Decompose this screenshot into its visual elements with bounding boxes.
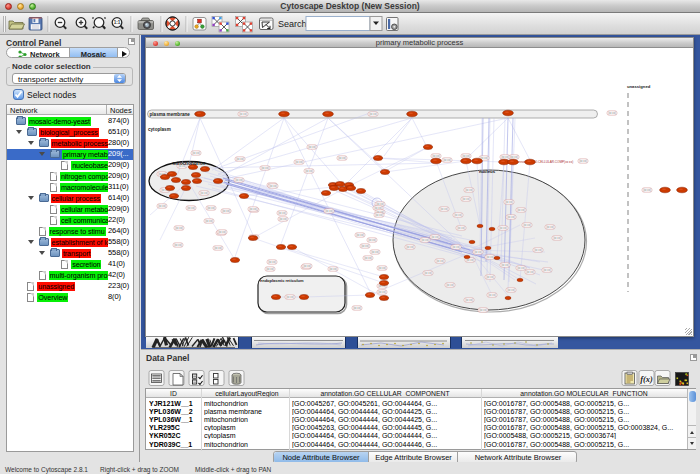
svg-text:mitochondrion: mitochondrion — [173, 161, 206, 166]
svg-text:(xx xx): (xx xx) — [507, 215, 515, 219]
svg-text:(xx xx): (xx xx) — [325, 209, 333, 213]
svg-text:(xx xx): (xx xx) — [329, 267, 337, 271]
svg-text:(xx xx): (xx xx) — [278, 211, 286, 215]
svg-text:(xx xx): (xx xx) — [200, 191, 208, 195]
svg-text:nucleus: nucleus — [479, 169, 496, 174]
svg-text:cytoplasm: cytoplasm — [148, 127, 171, 132]
svg-text:(xx xx): (xx xx) — [510, 155, 518, 159]
svg-text:(xx xx): (xx xx) — [546, 225, 554, 229]
svg-text:Search:: Search: — [278, 19, 309, 29]
svg-text:(xx xx): (xx xx) — [353, 306, 361, 310]
svg-text:(xx xx): (xx xx) — [369, 112, 377, 116]
svg-text:(xx xx): (xx xx) — [174, 243, 182, 247]
svg-text:(xx xx): (xx xx) — [436, 259, 444, 263]
svg-text:(xx xx): (xx xx) — [187, 206, 195, 210]
svg-text:(xx xx): (xx xx) — [338, 156, 346, 160]
svg-text:(xx xx): (xx xx) — [175, 226, 183, 230]
svg-text:(xx xx): (xx xx) — [452, 245, 460, 249]
svg-text:(xx xx): (xx xx) — [424, 271, 432, 275]
svg-text:(xx xx): (xx xx) — [222, 209, 230, 213]
svg-text:(xx xx): (xx xx) — [406, 245, 414, 249]
svg-text:(xx xx): (xx xx) — [261, 166, 269, 170]
svg-text:(xx xx): (xx xx) — [507, 288, 515, 292]
svg-text:unassigned: unassigned — [627, 84, 651, 89]
svg-text:(xx xx): (xx xx) — [266, 267, 274, 271]
svg-text:(xx xx): (xx xx) — [466, 258, 474, 262]
svg-text:(xx xx): (xx xx) — [421, 238, 429, 242]
svg-text:(xx xx): (xx xx) — [378, 290, 386, 294]
svg-text:(xx xx): (xx xx) — [517, 208, 525, 212]
svg-text:(xx xx): (xx xx) — [207, 206, 215, 210]
svg-text:plasma membrane: plasma membrane — [150, 112, 191, 117]
svg-text:(xx xx): (xx xx) — [534, 248, 542, 252]
svg-text:(xx xx): (xx xx) — [279, 217, 287, 221]
svg-text:(xx xx): (xx xx) — [501, 155, 509, 159]
svg-text:(xx xx): (xx xx) — [214, 246, 222, 250]
svg-text:(xx xx): (xx xx) — [608, 111, 616, 115]
svg-text:(xx xx): (xx xx) — [432, 154, 440, 158]
svg-text:(xx xx): (xx xx) — [356, 233, 364, 237]
svg-text:1:1: 1:1 — [114, 20, 121, 25]
svg-text:(xx xx): (xx xx) — [553, 236, 561, 240]
svg-text:(xx xx): (xx xx) — [218, 230, 226, 234]
svg-text:(xx xx): (xx xx) — [236, 157, 244, 161]
svg-text:(xx xx): (xx xx) — [454, 213, 462, 217]
svg-text:(xx xx): (xx xx) — [462, 197, 470, 201]
svg-text:(xx xx): (xx xx) — [543, 268, 551, 272]
svg-text:(xx xx): (xx xx) — [488, 293, 496, 297]
svg-text:(xx xx): (xx xx) — [440, 207, 448, 211]
svg-text:f(x): f(x) — [640, 374, 653, 384]
svg-text:(xx xx): (xx xx) — [305, 169, 313, 173]
svg-text:(xx xx): (xx xx) — [158, 204, 166, 208]
svg-text:(xx xx): (xx xx) — [465, 188, 473, 192]
svg-text:(xx xx): (xx xx) — [295, 160, 303, 164]
svg-text:(xx xx): (xx xx) — [443, 158, 451, 162]
svg-text:(xx xx): (xx xx) — [286, 295, 294, 299]
svg-text:(xx xx): (xx xx) — [431, 235, 439, 239]
svg-text:(xx xx): (xx xx) — [486, 275, 494, 279]
svg-text:(xx xx): (xx xx) — [465, 298, 473, 302]
svg-text:(xx xx): (xx xx) — [499, 226, 507, 230]
svg-text:(xx xx): (xx xx) — [474, 250, 482, 254]
svg-text:(xx xx): (xx xx) — [517, 266, 525, 270]
svg-text:(xx xx): (xx xx) — [378, 266, 386, 270]
svg-text:(xx xx): (xx xx) — [192, 151, 200, 155]
svg-text:(xx xx): (xx xx) — [269, 184, 277, 188]
svg-text:(xx xx): (xx xx) — [375, 213, 383, 217]
svg-text:(xx xx): (xx xx) — [505, 200, 513, 204]
svg-text:endoplasmic reticulum: endoplasmic reticulum — [260, 278, 304, 283]
svg-text:(xx xx): (xx xx) — [446, 283, 454, 287]
svg-text:(xx xx): (xx xx) — [364, 256, 372, 260]
svg-text:(xx xx): (xx xx) — [479, 308, 487, 312]
svg-text:(xx xx): (xx xx) — [303, 264, 311, 268]
svg-text:(xx xx): (xx xx) — [643, 188, 651, 192]
svg-text:(xx xx): (xx xx) — [235, 178, 243, 182]
svg-text:(xx xx): (xx xx) — [368, 238, 376, 242]
svg-text:(xx xx): (xx xx) — [462, 154, 470, 158]
svg-text:(xx xx): (xx xx) — [501, 263, 509, 267]
svg-text:(xx xx): (xx xx) — [523, 223, 531, 227]
svg-text:(xx xx): (xx xx) — [205, 219, 213, 223]
svg-text:(xx xx): (xx xx) — [308, 145, 316, 149]
svg-text:(xx xx): (xx xx) — [457, 226, 465, 230]
svg-text:(xx xx): (xx xx) — [486, 255, 494, 259]
svg-text:(xx xx): (xx xx) — [239, 112, 247, 116]
svg-text:(xx xx): (xx xx) — [526, 270, 534, 274]
svg-text:(xx xx): (xx xx) — [249, 207, 257, 211]
svg-text:(xx xx): (xx xx) — [268, 260, 276, 264]
svg-text:(xx xx): (xx xx) — [371, 250, 379, 254]
svg-text:(xx xx): (xx xx) — [361, 244, 369, 248]
svg-text:(xx xx): (xx xx) — [579, 159, 587, 163]
